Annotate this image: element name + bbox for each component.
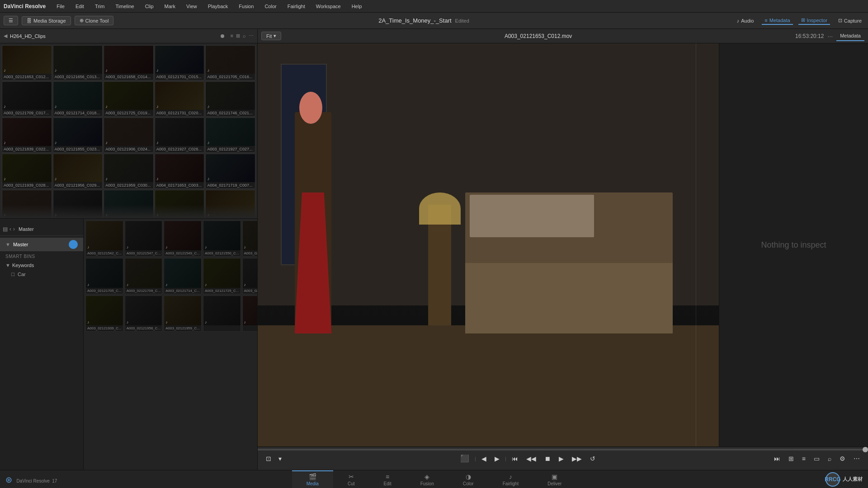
tab-color[interactable]: ◑ Color	[448, 470, 488, 488]
menu-trim[interactable]: Trim	[93, 3, 107, 10]
media-storage-button[interactable]: 🗄 Media Storage	[22, 16, 71, 25]
clip-thumb[interactable]: ♪ A003_02121839_C022...	[2, 117, 52, 153]
audio-btn[interactable]: ♪ Audio	[734, 17, 757, 24]
master-bin-item[interactable]: ▼ Master	[0, 238, 83, 251]
clip-thumb[interactable]: ♪ A004_02171719_C007...	[205, 154, 255, 189]
clip-thumb[interactable]: ♪ A003_02121746_C021...	[205, 81, 255, 117]
menu-mark[interactable]: Mark	[163, 3, 177, 10]
media-clip[interactable]: ♪ A003_02121939_C...	[85, 296, 123, 332]
clip-thumb[interactable]: ♪ A003_02121658_C014...	[104, 45, 154, 80]
clip-thumb[interactable]: ♪ A003_02121656_C013...	[53, 45, 103, 80]
inspector-btn[interactable]: ⊞ Inspector	[798, 16, 830, 25]
more-controls-btn[interactable]: ⋯	[851, 454, 863, 463]
clip-thumb[interactable]: ♪	[2, 190, 52, 219]
loop-btn[interactable]: ↺	[587, 454, 598, 463]
prev-frame-btn[interactable]: ◀	[479, 454, 489, 463]
fit-button[interactable]: Fit ▾	[261, 32, 281, 40]
media-clip[interactable]: ♪ A003_02121547_C...	[125, 221, 163, 257]
clip-thumb[interactable]: ♪ A003_02121731_C020...	[155, 81, 205, 117]
settings-btn[interactable]: ⚙	[837, 454, 848, 463]
clip-thumb[interactable]: ♪ A003_02121653_C012...	[2, 45, 52, 80]
grid-view-btn[interactable]: ⊞	[786, 454, 797, 463]
clip-thumb[interactable]: ♪ A003_02121714_C018...	[53, 81, 103, 117]
menu-clip[interactable]: Clip	[143, 3, 156, 10]
resolve-logo-btn[interactable]: ⊛ DaVinci Resolve 17	[5, 474, 57, 484]
tab-deliver[interactable]: ▣ Deliver	[533, 470, 576, 488]
media-clip[interactable]: ♪ A003_02121709_C...	[125, 258, 163, 294]
media-clip[interactable]: ♪ A003_02121725_C...	[203, 258, 241, 294]
tab-media[interactable]: 🎬 Media	[292, 470, 333, 488]
scrubber-bar[interactable]	[258, 449, 868, 450]
clip-thumb[interactable]: ♪ A003_02121725_C019...	[104, 81, 154, 117]
metadata-btn[interactable]: ≡ Metadata	[762, 17, 793, 25]
tab-fusion[interactable]: ◈ Fusion	[406, 470, 448, 488]
clip-thumb[interactable]: ♪ A003_02121956_C029...	[53, 154, 103, 189]
nav-next-btn[interactable]: ›	[13, 226, 15, 232]
viewer-mode-btn[interactable]: ⊡	[263, 454, 274, 463]
clip-thumb[interactable]: ♪	[104, 190, 154, 219]
in-out-btn[interactable]: ⬛	[458, 453, 472, 464]
menu-color[interactable]: Color	[263, 3, 278, 10]
stop-btn[interactable]: ⏹	[542, 454, 553, 463]
clip-thumb[interactable]: ♪	[155, 190, 205, 219]
list-view-icon[interactable]: ≡	[231, 33, 233, 39]
menu-file[interactable]: File	[55, 3, 66, 10]
step-back-btn[interactable]: ◀◀	[524, 454, 539, 463]
more-options-btn[interactable]: ···	[827, 33, 833, 40]
go-to-end-btn[interactable]: ⏭	[771, 454, 783, 463]
panel-toggle-btn[interactable]: ▤	[3, 226, 8, 232]
clip-thumb[interactable]: ♪ A003_02121927_C026...	[155, 117, 205, 153]
car-keyword-item[interactable]: ☐ Car	[0, 270, 83, 279]
clip-thumb[interactable]: ♪	[53, 190, 103, 219]
menu-help[interactable]: Help	[350, 3, 364, 10]
search-icon[interactable]: ⌕	[243, 33, 246, 39]
list-view-btn[interactable]: ≡	[799, 454, 808, 463]
media-clip[interactable]: ♪ A003_02121542_C...	[85, 221, 123, 257]
menu-playback[interactable]: Playback	[206, 3, 230, 10]
clip-thumb[interactable]: ♪ A003_02121939_C028...	[2, 154, 52, 189]
clone-tool-button[interactable]: ⊕ Clone Tool	[75, 16, 114, 25]
metadata-tab[interactable]: Metadata	[836, 31, 864, 41]
go-to-start-btn[interactable]: ⏮	[509, 454, 521, 463]
keywords-section[interactable]: ▼ Keywords	[0, 261, 83, 270]
panel-btn[interactable]: ▭	[811, 454, 822, 463]
media-clip[interactable]: ♪	[242, 296, 258, 332]
media-clip[interactable]: ♪ A003_02121550_C...	[203, 221, 241, 257]
clip-thumb[interactable]: ♪ A003_02121701_C015...	[155, 45, 205, 80]
media-clip[interactable]: ♪ A003_02121603_C...	[242, 221, 258, 257]
media-clip[interactable]: ♪ A003_02121959_C...	[164, 296, 202, 332]
clip-thumb[interactable]: ♪ A003_02121927_C027...	[205, 117, 255, 153]
viewer-toggle-btn[interactable]: ▾	[276, 454, 284, 463]
clip-thumb[interactable]: ♪	[205, 190, 255, 219]
grid-view-icon[interactable]: ⊞	[236, 33, 240, 39]
tab-edit[interactable]: ≡ Edit	[369, 470, 406, 488]
clip-thumb[interactable]: ♪ A003_02121709_C017...	[2, 81, 52, 117]
menu-workspace[interactable]: Workspace	[314, 3, 343, 10]
menu-fairlight[interactable]: Fairlight	[286, 3, 307, 10]
media-clip[interactable]: ♪ A003_02121956_C...	[125, 296, 163, 332]
next-frame-btn[interactable]: ▶	[492, 454, 502, 463]
media-clip[interactable]: ♪ A003_02121731_C...	[242, 258, 258, 294]
menu-view[interactable]: View	[184, 3, 199, 10]
clip-thumb[interactable]: ♪ A003_02121855_C023...	[53, 117, 103, 153]
zoom-btn[interactable]: ⌕	[825, 454, 834, 463]
clip-thumb[interactable]: ♪ A003_02121906_C024...	[104, 117, 154, 153]
nav-prev-btn[interactable]: ‹	[9, 226, 11, 232]
clip-thumb[interactable]: ♪ A003_02121705_C016...	[205, 45, 255, 80]
scrubber-handle[interactable]	[863, 447, 868, 452]
clip-thumb[interactable]: ♪ A004_02171653_C003...	[155, 154, 205, 189]
clip-thumb[interactable]: ♪ A003_02121959_C030...	[104, 154, 154, 189]
toolbar-icon-btn[interactable]: ☰	[4, 16, 18, 25]
media-clip[interactable]: ♪ A003_02121714_C...	[164, 258, 202, 294]
tab-fairlight[interactable]: ♪ Fairlight	[488, 470, 533, 488]
step-fwd-btn[interactable]: ▶▶	[569, 454, 585, 463]
capture-btn[interactable]: ⊡ Capture	[835, 17, 864, 24]
menu-edit[interactable]: Edit	[74, 3, 86, 10]
media-clip[interactable]: ♪	[203, 296, 241, 332]
tab-cut[interactable]: ✂ Cut	[333, 470, 369, 488]
play-btn[interactable]: ▶	[556, 454, 566, 463]
menu-timeline[interactable]: Timeline	[113, 3, 136, 10]
media-clip[interactable]: ♪ A003_02121705_C...	[85, 258, 123, 294]
media-clip[interactable]: ♪ A003_02121549_C...	[164, 221, 202, 257]
more-options-icon[interactable]: ⋯	[249, 33, 254, 39]
